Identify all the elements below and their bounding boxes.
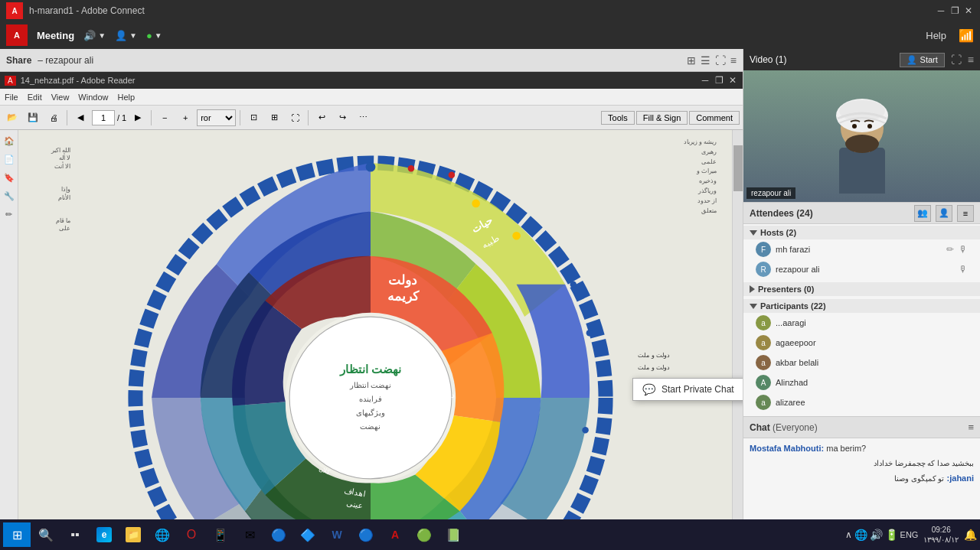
pdf-page-input[interactable] bbox=[92, 110, 115, 125]
pdf-comment-btn[interactable]: Comment bbox=[689, 111, 740, 125]
pdf-menu-window[interactable]: Window bbox=[78, 93, 108, 102]
pdf-menu-file[interactable]: File bbox=[5, 93, 18, 102]
pdf-fill-sign-btn[interactable]: Fill & Sign bbox=[636, 111, 688, 125]
taskbar-app7[interactable]: 🔷 bbox=[294, 522, 322, 547]
tray-notification[interactable]: 🔔 bbox=[964, 529, 977, 541]
title-bar: A h-marand1 - Adobe Connect ─ ❐ ✕ bbox=[0, 0, 980, 21]
pdf-prev-view-btn[interactable]: ↩ bbox=[312, 109, 331, 127]
taskbar-app4[interactable]: 📱 bbox=[207, 522, 234, 547]
share-grid-icon[interactable]: ⊞ bbox=[687, 54, 696, 67]
taskbar-app9[interactable]: 🔵 bbox=[352, 522, 380, 547]
tray-lang[interactable]: ENG bbox=[900, 530, 919, 539]
video-name-badge: rezapour ali bbox=[746, 187, 795, 199]
video-start-btn[interactable]: 👤 Start bbox=[900, 53, 945, 67]
presenters-label: Presenters (0) bbox=[758, 285, 814, 294]
attendees-view-toggle[interactable]: 👥 bbox=[914, 205, 931, 222]
video-options-btn[interactable]: ≡ bbox=[968, 54, 974, 66]
pdf-menu-help[interactable]: Help bbox=[117, 93, 135, 102]
close-btn[interactable]: ✕ bbox=[963, 5, 974, 16]
right-panel: Video (1) 👤 Start ⛶ ≡ bbox=[743, 49, 980, 550]
svg-text:نهضت انتظار: نهضت انتظار bbox=[349, 381, 392, 390]
pdf-sidebar-tools2[interactable]: 🔧 bbox=[2, 188, 17, 203]
participants-group-header[interactable]: Participants (22) bbox=[743, 299, 980, 313]
taskbar-task-view[interactable]: ▪▪ bbox=[61, 522, 89, 547]
hosts-group-header[interactable]: Hosts (2) bbox=[743, 226, 980, 239]
attendee-rezapour-ali: R rezapour ali 🎙 bbox=[743, 259, 980, 279]
pdf-more-btn[interactable]: ⋯ bbox=[354, 109, 372, 127]
pdf-print-btn[interactable]: 🖨 bbox=[44, 109, 63, 127]
share-fullscreen-icon[interactable]: ⛶ bbox=[715, 54, 726, 67]
taskbar-word[interactable]: W bbox=[323, 522, 351, 547]
presenters-group-header[interactable]: Presenters (0) bbox=[743, 282, 980, 296]
pdf-tools-btn[interactable]: Tools bbox=[601, 111, 635, 125]
help-label[interactable]: Help bbox=[926, 30, 946, 41]
share-options-icon[interactable]: ≡ bbox=[730, 54, 737, 67]
audio-control[interactable]: 🔊▼ bbox=[83, 30, 106, 41]
pdf-prev-btn[interactable]: ◀ bbox=[71, 109, 90, 127]
chat-text-2: ببخشید صدا که چجمفرضا خداداد bbox=[874, 459, 974, 467]
pdf-zoom-in-btn[interactable]: + bbox=[176, 109, 194, 127]
context-menu-item-private-chat[interactable]: 💬 Start Private Chat bbox=[633, 379, 743, 400]
pdf-sidebar-annotate[interactable]: ✏ bbox=[2, 207, 17, 222]
pdf-page-total: 1 bbox=[122, 113, 126, 122]
attendee-avatar-farazi: F bbox=[756, 242, 771, 257]
tray-battery[interactable]: 🔋 bbox=[885, 529, 898, 541]
pdf-menu-edit[interactable]: Edit bbox=[28, 93, 42, 102]
restore-btn[interactable]: ❐ bbox=[949, 5, 960, 16]
chat-icon: 💬 bbox=[642, 383, 655, 395]
video-person-display bbox=[743, 70, 980, 202]
taskbar-chrome[interactable]: 🌐 bbox=[149, 522, 176, 547]
tray-volume[interactable]: 🔊 bbox=[870, 529, 883, 541]
taskbar-opera[interactable]: O bbox=[178, 522, 205, 547]
camera-control[interactable]: 👤▼ bbox=[115, 30, 137, 41]
pdf-save-btn[interactable]: 💾 bbox=[24, 109, 42, 127]
pdf-next-btn[interactable]: ▶ bbox=[129, 109, 147, 127]
svg-text:فراینده: فراینده bbox=[359, 395, 382, 404]
clock[interactable]: 09:26 ۱۳۹۹/۰۸/۱۲ bbox=[923, 525, 959, 545]
adobe-logo: A bbox=[6, 2, 23, 19]
mic-icon-farazi: 🎙 bbox=[959, 244, 968, 255]
attendee-alizaree: a alizaree bbox=[743, 392, 980, 412]
status-control[interactable]: ●▼ bbox=[146, 30, 162, 41]
pdf-fullscreen-btn2[interactable]: ⛶ bbox=[286, 109, 304, 127]
pdf-scrollbar[interactable] bbox=[732, 130, 743, 522]
taskbar-edge[interactable]: e bbox=[90, 522, 118, 547]
taskbar-app12[interactable]: 📗 bbox=[439, 522, 467, 547]
tray-expand[interactable]: ∧ bbox=[845, 529, 852, 540]
tray-network[interactable]: 🌐 bbox=[854, 529, 867, 541]
pdf-sidebar-home[interactable]: 🏠 bbox=[2, 133, 17, 148]
svg-text:کریمه: کریمه bbox=[387, 289, 420, 304]
video-title: Video (1) bbox=[750, 54, 787, 65]
pdf-zoom-out-btn[interactable]: − bbox=[155, 109, 174, 127]
chat-options-btn[interactable]: ≡ bbox=[968, 421, 974, 433]
taskbar-app11[interactable]: 🟢 bbox=[410, 522, 438, 547]
share-bar: Share – rezapour ali ⊞ ☰ ⛶ ≡ bbox=[0, 49, 743, 72]
pdf-fit-btn[interactable]: ⊡ bbox=[244, 109, 263, 127]
taskbar-files[interactable]: 📁 bbox=[119, 522, 147, 547]
share-list-icon[interactable]: ☰ bbox=[701, 54, 710, 67]
chat-message-3: jahani: تو کمپگوی وصنا bbox=[750, 473, 974, 484]
pdf-wide-btn[interactable]: ⊞ bbox=[265, 109, 283, 127]
video-expand-btn[interactable]: ⛶ bbox=[951, 54, 962, 66]
attendee-akbar-belali: a akbar belali bbox=[743, 353, 980, 373]
attendees-list-toggle[interactable]: 👤 bbox=[936, 205, 952, 222]
taskbar-app5[interactable]: ✉ bbox=[236, 522, 263, 547]
taskbar-search[interactable]: 🔍 bbox=[32, 522, 60, 547]
pdf-win-restore[interactable]: ❐ bbox=[714, 75, 724, 86]
pdf-win-minimize[interactable]: ─ bbox=[700, 75, 710, 86]
pdf-menu-view[interactable]: View bbox=[51, 93, 70, 102]
pdf-sidebar-pages[interactable]: 📄 bbox=[2, 151, 17, 167]
start-button[interactable]: ⊞ bbox=[3, 522, 31, 547]
attendees-options-btn[interactable]: ≡ bbox=[957, 205, 974, 222]
pdf-open-btn[interactable]: 📂 bbox=[3, 109, 21, 127]
svg-text:دولت و ملت: دولت و ملت bbox=[638, 363, 670, 371]
clock-time: 09:26 bbox=[923, 525, 959, 535]
minimize-btn[interactable]: ─ bbox=[936, 5, 946, 16]
pdf-sidebar-bookmarks[interactable]: 🔖 bbox=[2, 170, 17, 185]
pdf-next-view-btn[interactable]: ↪ bbox=[333, 109, 351, 127]
taskbar-app6[interactable]: 🔵 bbox=[265, 522, 292, 547]
pdf-win-close[interactable]: ✕ bbox=[727, 75, 738, 86]
taskbar-acrobat[interactable]: A bbox=[381, 522, 409, 547]
pdf-zoom-select[interactable]: ror 100% 75% bbox=[197, 109, 236, 126]
attendee-avatar-rezapour: R bbox=[756, 262, 771, 277]
